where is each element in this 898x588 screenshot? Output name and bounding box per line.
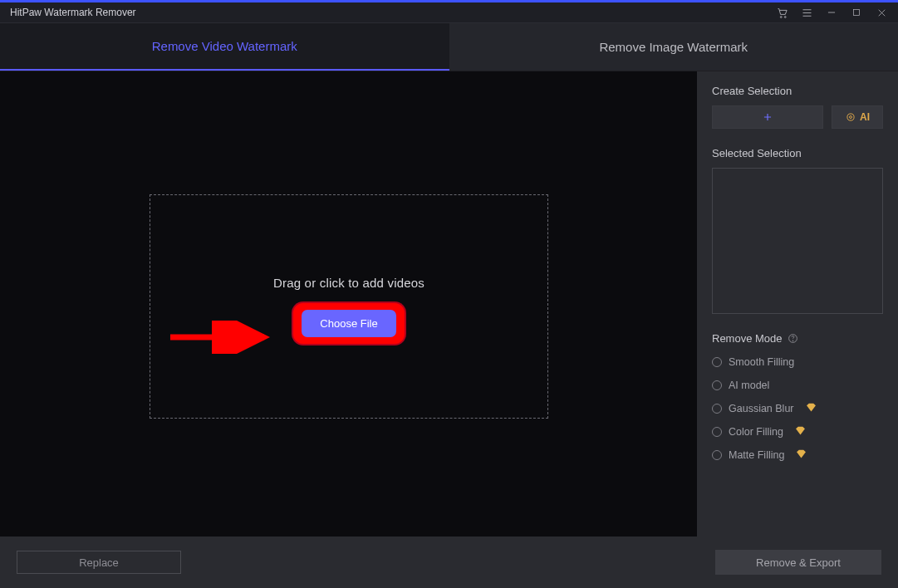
radio-icon	[712, 404, 722, 414]
selected-selection-label: Selected Selection	[712, 147, 883, 159]
tab-remove-video[interactable]: Remove Video Watermark	[0, 23, 449, 71]
premium-icon	[795, 426, 806, 438]
close-icon[interactable]	[870, 3, 893, 22]
ai-icon	[845, 111, 856, 123]
svg-point-7	[792, 341, 793, 341]
mode-tabs: Remove Video Watermark Remove Image Wate…	[0, 23, 898, 71]
choose-file-button[interactable]: Choose File	[302, 310, 395, 337]
mode-ai-model[interactable]: AI model	[712, 380, 883, 391]
radio-icon	[712, 450, 722, 460]
create-selection-button[interactable]	[712, 105, 823, 129]
radio-icon	[712, 357, 722, 367]
remove-mode-label: Remove Mode	[712, 332, 883, 345]
mode-color-filling[interactable]: Color Filling	[712, 426, 883, 438]
remove-export-button[interactable]: Remove & Export	[715, 550, 881, 575]
premium-icon	[806, 403, 817, 414]
mode-label: Gaussian Blur	[729, 403, 794, 414]
mode-label: AI model	[729, 380, 769, 391]
cart-icon[interactable]	[770, 3, 793, 22]
mode-matte-filling[interactable]: Matte Filling	[712, 449, 883, 461]
selected-selection-box	[712, 168, 883, 314]
titlebar: HitPaw Watermark Remover	[0, 0, 898, 23]
svg-point-5	[850, 116, 852, 119]
dropzone[interactable]: Drag or click to add videos Choose File	[150, 194, 548, 419]
minimize-icon[interactable]	[820, 3, 843, 22]
choose-file-wrapper: Choose File	[302, 310, 395, 337]
ai-label: AI	[860, 111, 870, 123]
create-selection-label: Create Selection	[712, 85, 883, 97]
workspace: Drag or click to add videos Choose File	[0, 71, 697, 537]
mode-label: Smooth Filling	[729, 356, 794, 368]
ai-selection-button[interactable]: AI	[832, 105, 883, 129]
help-icon[interactable]	[788, 333, 798, 344]
mode-label: Matte Filling	[729, 449, 784, 461]
radio-icon	[712, 427, 722, 437]
bottom-bar: Replace Remove & Export	[0, 537, 898, 588]
mode-gaussian-blur[interactable]: Gaussian Blur	[712, 403, 883, 414]
mode-label: Color Filling	[729, 426, 783, 438]
svg-point-1	[784, 16, 786, 17]
app-title: HitPaw Watermark Remover	[10, 7, 136, 18]
tab-label: Remove Video Watermark	[152, 39, 297, 53]
svg-rect-2	[854, 10, 860, 16]
window-controls	[770, 3, 893, 22]
sidebar: Create Selection AI Selected Selection R…	[697, 71, 898, 537]
maximize-icon[interactable]	[845, 3, 868, 22]
premium-icon	[796, 449, 807, 461]
plus-icon	[762, 111, 773, 123]
tab-remove-image[interactable]: Remove Image Watermark	[449, 23, 899, 71]
mode-smooth-filling[interactable]: Smooth Filling	[712, 356, 883, 368]
radio-icon	[712, 380, 722, 390]
menu-icon[interactable]	[795, 3, 818, 22]
svg-point-0	[780, 16, 782, 17]
dropzone-hint: Drag or click to add videos	[273, 276, 424, 290]
replace-button[interactable]: Replace	[17, 551, 181, 574]
svg-point-4	[847, 114, 854, 120]
tab-label: Remove Image Watermark	[599, 40, 748, 54]
